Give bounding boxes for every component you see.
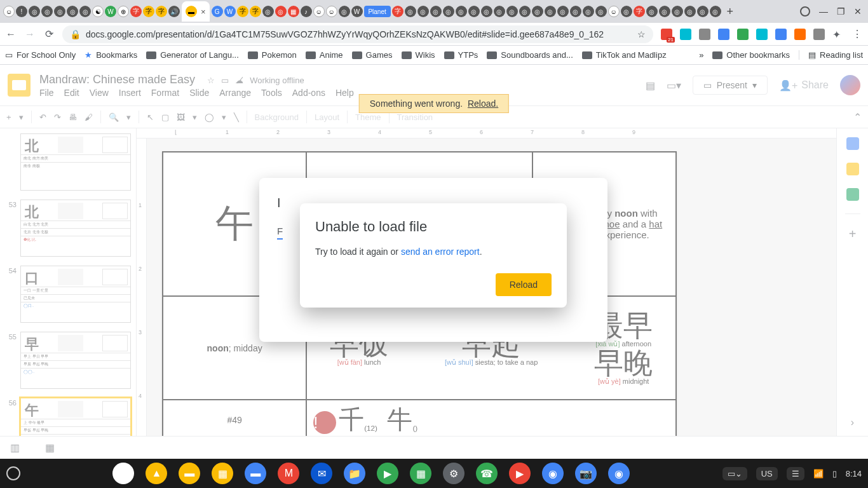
tab-favicon[interactable]: 字 bbox=[143, 6, 154, 17]
bookmarks-overflow[interactable]: » bbox=[699, 50, 703, 60]
toast-reload-link[interactable]: Reload. bbox=[468, 98, 498, 109]
tab-favicon[interactable]: 字 bbox=[156, 6, 167, 17]
tab-favicon[interactable]: ! bbox=[16, 6, 27, 17]
tab-favicon[interactable]: G bbox=[212, 6, 223, 17]
tab-favicon[interactable]: ◎ bbox=[54, 6, 65, 17]
shelf-app-icon[interactable]: 📁 bbox=[344, 463, 365, 484]
tab-favicon[interactable]: ☺ bbox=[3, 6, 15, 17]
tab-favicon[interactable]: ◎ bbox=[443, 6, 454, 17]
back-icon[interactable]: ← bbox=[5, 29, 17, 40]
tab-favicon[interactable]: 字 bbox=[250, 6, 261, 17]
tab-favicon[interactable]: ⊕ bbox=[118, 6, 129, 17]
tab-favicon[interactable]: 🔊 bbox=[168, 6, 180, 17]
tab-favicon[interactable]: ☺ bbox=[326, 6, 337, 17]
shelf-app-icon[interactable]: ◉ bbox=[608, 463, 630, 484]
shelf-app-icon[interactable]: ▶ bbox=[509, 463, 531, 484]
shelf-app-icon[interactable] bbox=[112, 463, 134, 484]
ime-indicator[interactable]: US bbox=[756, 467, 778, 480]
tote-icon[interactable]: ▭⌄ bbox=[722, 467, 747, 480]
shelf-app-icon[interactable]: ◉ bbox=[542, 463, 564, 484]
tab-favicon[interactable]: 字 bbox=[392, 6, 403, 17]
bookmark-folder[interactable]: YTPs bbox=[444, 50, 478, 60]
tab-favicon[interactable]: ◎ bbox=[468, 6, 480, 17]
tab-favicon[interactable]: ◎ bbox=[545, 6, 556, 17]
ext-icon[interactable] bbox=[718, 29, 729, 40]
tab-favicon[interactable]: ◎ bbox=[697, 6, 709, 17]
shelf-app-icon[interactable]: 📷 bbox=[575, 463, 597, 484]
tab-favicon[interactable]: ◎ bbox=[710, 6, 721, 17]
new-tab-button[interactable]: + bbox=[727, 5, 734, 18]
quick-settings[interactable]: ☰ bbox=[787, 467, 804, 480]
tab-favicon[interactable]: ♪ bbox=[301, 6, 312, 17]
battery-icon[interactable]: ▯ bbox=[832, 469, 837, 478]
tab-favicon[interactable]: ◎ bbox=[532, 6, 543, 17]
tab-favicon[interactable]: ◎ bbox=[519, 6, 531, 17]
tab-favicon[interactable]: ◎ bbox=[494, 6, 505, 17]
tab-favicon[interactable]: ◎ bbox=[262, 6, 274, 17]
bookmark-folder[interactable]: Soundboards and... bbox=[487, 50, 573, 60]
shelf-app-icon[interactable]: ☎ bbox=[476, 463, 498, 484]
tab-favicon[interactable]: ◎ bbox=[621, 6, 632, 17]
bookmark-item[interactable]: ▭For School Only bbox=[5, 50, 76, 60]
close-window-icon[interactable]: ✕ bbox=[854, 6, 862, 17]
chrome-menu-icon[interactable]: ⋮ bbox=[851, 28, 863, 40]
tab-favicon[interactable]: ▦ bbox=[288, 6, 299, 17]
minimize-icon[interactable]: — bbox=[819, 6, 828, 17]
bookmark-folder[interactable]: Pokemon bbox=[248, 50, 297, 60]
tab-favicon[interactable]: ☯ bbox=[92, 6, 104, 17]
shelf-app-icon[interactable]: ▲ bbox=[146, 463, 167, 484]
tab-favicon[interactable]: ◎ bbox=[506, 6, 518, 17]
shelf-app-icon[interactable]: ▶ bbox=[377, 463, 398, 484]
ext-icon[interactable] bbox=[756, 29, 768, 40]
maximize-icon[interactable]: ❐ bbox=[837, 6, 845, 17]
reload-icon[interactable]: ⟳ bbox=[43, 28, 55, 40]
tab-favicon[interactable]: ◎ bbox=[29, 6, 40, 17]
shelf-app-icon[interactable]: M bbox=[278, 463, 299, 484]
shelf-app-icon[interactable]: ▬ bbox=[179, 463, 200, 484]
shelf-app-icon[interactable]: ⚙ bbox=[443, 463, 465, 484]
tab-favicon[interactable]: ◎ bbox=[79, 6, 91, 17]
tab-favicon[interactable]: ◎ bbox=[672, 6, 683, 17]
omnibox[interactable]: 🔒 docs.google.com/presentation/d/1Ga4TC1… bbox=[62, 25, 653, 43]
bookmark-folder[interactable]: Generator of Langu... bbox=[146, 50, 239, 60]
tab-favicon[interactable]: 字 bbox=[130, 6, 142, 17]
reload-button[interactable]: Reload bbox=[496, 273, 552, 296]
tab-favicon[interactable]: ◎ bbox=[595, 6, 607, 17]
tab-favicon[interactable]: ☺ bbox=[313, 6, 325, 17]
ext-icon[interactable] bbox=[680, 29, 691, 40]
ext-icon[interactable] bbox=[699, 29, 710, 40]
tab-favicon[interactable]: ◎ bbox=[275, 6, 287, 17]
ext-icon[interactable] bbox=[737, 29, 749, 40]
system-tray[interactable]: ▭⌄ US ☰ 📶 ▯ 8:14 bbox=[722, 467, 862, 480]
other-bookmarks[interactable]: Other bookmarks bbox=[712, 50, 790, 60]
ext-icon[interactable] bbox=[794, 29, 806, 40]
tab-favicon[interactable]: ◎ bbox=[456, 6, 467, 17]
bookmark-folder[interactable]: Wikis bbox=[402, 50, 435, 60]
bookmark-folder[interactable]: Anime bbox=[306, 50, 343, 60]
account-icon[interactable] bbox=[800, 6, 810, 17]
ext-icon[interactable]: 21 bbox=[661, 29, 672, 40]
tab-favicon[interactable]: ◎ bbox=[417, 6, 429, 17]
tab-favicon[interactable]: W bbox=[224, 6, 236, 17]
shelf-app-icon[interactable]: ▦ bbox=[410, 463, 431, 484]
reading-list[interactable]: ▤Reading list bbox=[799, 50, 863, 60]
tab-favicon[interactable]: ◎ bbox=[659, 6, 670, 17]
tab-favicon[interactable]: ◎ bbox=[41, 6, 53, 17]
tab-favicon[interactable]: ◎ bbox=[570, 6, 581, 17]
extensions-menu-icon[interactable]: ✦ bbox=[832, 29, 844, 40]
tab-favicon[interactable]: ◎ bbox=[430, 6, 442, 17]
clock[interactable]: 8:14 bbox=[846, 469, 862, 478]
tab-favicon[interactable]: ◎ bbox=[405, 6, 416, 17]
error-report-link[interactable]: send an error report bbox=[401, 247, 480, 257]
shelf-app-icon[interactable]: ✉ bbox=[311, 463, 332, 484]
tab-favicon[interactable]: ◎ bbox=[67, 6, 78, 17]
tab-favicon[interactable]: ◎ bbox=[339, 6, 350, 17]
ext-icon[interactable] bbox=[775, 29, 787, 40]
tab-close-icon[interactable]: × bbox=[201, 7, 206, 17]
tab-favicon[interactable]: ◎ bbox=[646, 6, 658, 17]
tab-favicon[interactable]: ◎ bbox=[583, 6, 594, 17]
tab-favicon[interactable]: 字 bbox=[237, 6, 248, 17]
tab-active[interactable]: ▬ × bbox=[182, 1, 210, 22]
tab-favicon[interactable]: 字 bbox=[634, 6, 645, 17]
bookmark-item[interactable]: ★Bookmarks bbox=[85, 50, 137, 60]
